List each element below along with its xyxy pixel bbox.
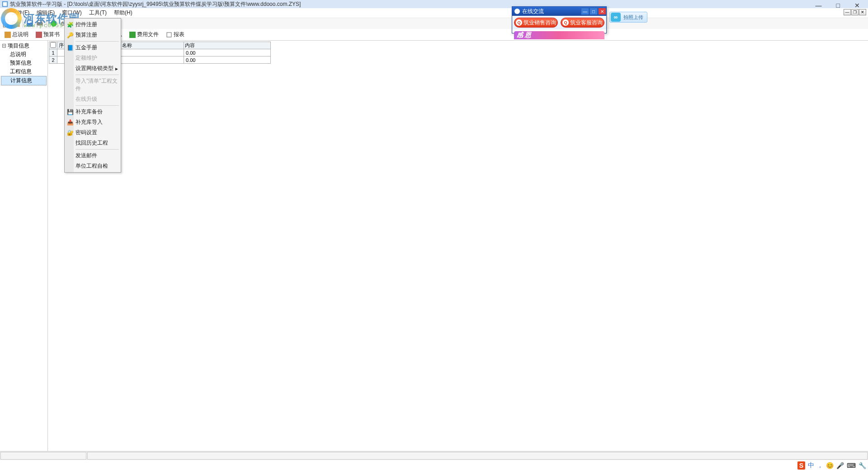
menu-item-recover-history[interactable]: 找回历史工程 <box>66 138 120 148</box>
ime-punct-button[interactable]: ， <box>817 461 823 470</box>
upload-cloud-icon: ∞ <box>611 13 621 22</box>
cell-content[interactable]: 0.00 <box>184 49 271 56</box>
child-window-controls: ― ❐ ✕ <box>844 9 866 15</box>
chat-body: Q筑业销售咨询 Q筑业客服咨询 <box>512 16 606 29</box>
menu-help[interactable]: 帮助(H) <box>110 8 136 18</box>
titlebar: 筑业预算软件--学习版 - [D:\tools\桌面\河东软件园\zyysrj_… <box>0 0 868 8</box>
menu-item-network-lock[interactable]: 设置网络锁类型▸ <box>66 63 120 74</box>
dropdown-separator <box>75 41 119 42</box>
tree-item-overview[interactable]: 总说明 <box>1 50 47 59</box>
chat-title-text: 在线交流 <box>522 8 544 15</box>
ime-voice-button[interactable]: 🎤 <box>836 462 844 469</box>
import-icon: 📥 <box>66 119 74 126</box>
tab-budget[interactable]: 预算书 <box>33 29 62 40</box>
child-close-button[interactable]: ✕ <box>859 9 866 15</box>
ime-lang-button[interactable]: 中 <box>808 461 814 470</box>
chat-close-button[interactable]: ✕ <box>598 8 606 15</box>
menu-item-import-list: 导入"清单"工程文件 <box>66 76 120 94</box>
svg-rect-5 <box>37 23 43 26</box>
chat-window-controls: ― □ ✕ <box>580 8 606 15</box>
tab-fees[interactable]: 费用文件 <box>127 29 161 40</box>
service-consult-button[interactable]: Q筑业客服咨询 <box>561 18 604 28</box>
sales-consult-button[interactable]: Q筑业销售咨询 <box>514 18 558 28</box>
chat-window[interactable]: 在线交流 ― □ ✕ Q筑业销售咨询 Q筑业客服咨询 感 恩 <box>512 6 607 33</box>
status-panel-1 <box>0 452 86 460</box>
chat-maximize-button[interactable]: □ <box>590 8 598 15</box>
ime-keyboard-button[interactable]: ⌨ <box>847 462 856 469</box>
svg-rect-1 <box>3 2 7 6</box>
dropdown-separator <box>75 105 119 106</box>
tree-item-budget-info[interactable]: 预算信息 <box>1 59 47 67</box>
svg-point-7 <box>51 20 57 27</box>
svg-rect-2 <box>3 20 8 27</box>
qq-icon: Q <box>516 19 522 26</box>
menu-tools[interactable]: 工具(T) <box>85 8 110 18</box>
menu-item-import-lib[interactable]: 📥补充库导入 <box>66 117 120 127</box>
row-header: 2 <box>49 56 57 64</box>
title-text: 筑业预算软件--学习版 - [D:\tools\桌面\河东软件园\zyysrj_… <box>10 0 301 8</box>
print-button[interactable] <box>36 19 44 28</box>
tree-root[interactable]: 项目信息 <box>1 42 47 50</box>
menu-item-quota-maintain: 定额维护 <box>66 53 120 63</box>
header-checkbox[interactable] <box>50 42 56 48</box>
bottom-spacer <box>0 460 868 470</box>
menu-edit[interactable]: 编辑(E) <box>33 8 58 18</box>
svg-rect-11 <box>36 32 42 38</box>
dropdown-separator <box>75 75 119 75</box>
save-button[interactable] <box>26 19 34 28</box>
menu-item-backup-lib[interactable]: 💾补充库备份 <box>66 107 120 117</box>
budget-icon <box>36 32 42 38</box>
tree-item-calc-info[interactable]: 计算信息 <box>1 76 47 85</box>
content-area: 序号 名称 内容 1 1 0.00 2 2 0.00 <box>48 41 868 451</box>
plugin-icon: 🧩 <box>66 21 74 28</box>
menu-item-online-upgrade: 在线升级 <box>66 94 120 104</box>
sogou-ime-icon[interactable]: S <box>797 461 805 470</box>
qq-icon: Q <box>562 19 569 26</box>
tools-dropdown: 🧩控件注册 🔑预算注册 📘五金手册 定额维护 设置网络锁类型▸ 导入"清单"工程… <box>64 18 121 173</box>
menu-item-self-check[interactable]: 单位工程自检 <box>66 161 120 171</box>
menu-item-control-register[interactable]: 🧩控件注册 <box>66 19 120 30</box>
online-chat-icon[interactable] <box>50 19 58 28</box>
key-icon: 🔐 <box>66 129 74 136</box>
chat-banner: 感 恩 <box>514 31 604 39</box>
menu-item-send-mail[interactable]: 发送邮件 <box>66 150 120 161</box>
chat-minimize-button[interactable]: ― <box>581 8 589 15</box>
open-file-button[interactable] <box>12 19 20 28</box>
svg-rect-14 <box>167 33 171 37</box>
menubar: 文件(F) 编辑(E) 窗口(W) 工具(T) 帮助(H) <box>0 8 868 18</box>
ime-settings-button[interactable]: 🔧 <box>859 462 866 469</box>
menu-item-hardware-manual[interactable]: 📘五金手册 <box>66 42 120 53</box>
tab-overview[interactable]: 总说明 <box>2 29 31 40</box>
grid-header-checkbox[interactable] <box>49 42 57 49</box>
toolbar: 在线交流 <box>0 18 868 29</box>
chat-app-icon <box>514 8 520 14</box>
app-icon <box>2 1 8 7</box>
row-header: 1 <box>49 49 57 56</box>
banner-text: 感 恩 <box>514 31 531 38</box>
register-icon: 🔑 <box>66 32 74 39</box>
svg-rect-4 <box>28 21 32 23</box>
menu-item-budget-register[interactable]: 🔑预算注册 <box>66 30 120 40</box>
upload-label: 拍照上传 <box>623 14 643 21</box>
child-restore-button[interactable]: ❐ <box>851 9 859 15</box>
menu-item-password[interactable]: 🔐密码设置 <box>66 127 120 138</box>
cell-content[interactable]: 0.00 <box>184 56 271 64</box>
chat-titlebar[interactable]: 在线交流 ― □ ✕ <box>512 7 606 16</box>
svg-point-15 <box>514 9 520 14</box>
menu-window[interactable]: 窗口(W) <box>58 8 85 18</box>
tab-reports[interactable]: 报表 <box>163 29 187 40</box>
outer-maximize-button[interactable]: □ <box>834 0 843 11</box>
project-tree: 项目信息 总说明 预算信息 工程信息 计算信息 <box>0 41 48 451</box>
ime-emoji-button[interactable]: 😊 <box>826 462 834 469</box>
svg-rect-13 <box>129 32 136 38</box>
new-file-button[interactable] <box>2 19 10 28</box>
reports-icon <box>166 32 172 38</box>
menu-file[interactable]: 文件(F) <box>8 8 33 18</box>
status-bar <box>0 451 868 460</box>
dropdown-separator <box>75 149 119 150</box>
outer-minimize-button[interactable]: ― <box>813 0 825 11</box>
child-minimize-button[interactable]: ― <box>844 9 851 15</box>
svg-rect-6 <box>38 20 42 23</box>
tree-item-project-info[interactable]: 工程信息 <box>1 67 47 76</box>
upload-button[interactable]: ∞ 拍照上传 <box>609 12 647 23</box>
